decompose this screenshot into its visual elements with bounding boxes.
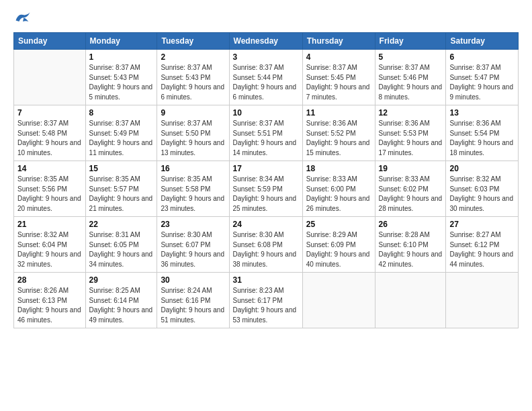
day-info: Sunrise: 8:33 AMSunset: 6:00 PMDaylight:… (306, 175, 371, 214)
sunset-text: Sunset: 5:43 PM (89, 73, 154, 83)
logo-icon (13, 11, 32, 26)
calendar-table: SundayMondayTuesdayWednesdayThursdayFrid… (13, 32, 519, 328)
day-cell: 17Sunrise: 8:34 AMSunset: 5:59 PMDayligh… (229, 161, 302, 217)
day-cell: 7Sunrise: 8:37 AMSunset: 5:48 PMDaylight… (14, 105, 86, 161)
day-number: 11 (306, 108, 371, 118)
day-info: Sunrise: 8:35 AMSunset: 5:58 PMDaylight:… (161, 175, 225, 214)
daylight-text: Daylight: 9 hours and26 minutes. (306, 194, 371, 214)
sunset-text: Sunset: 6:13 PM (17, 296, 82, 306)
sunset-text: Sunset: 5:54 PM (449, 129, 515, 139)
day-cell: 22Sunrise: 8:31 AMSunset: 6:05 PMDayligh… (85, 217, 157, 273)
sunrise-text: Sunrise: 8:32 AM (449, 175, 515, 185)
day-info: Sunrise: 8:32 AMSunset: 6:04 PMDaylight:… (17, 230, 82, 269)
day-cell: 11Sunrise: 8:36 AMSunset: 5:52 PMDayligh… (302, 105, 375, 161)
sunset-text: Sunset: 5:56 PM (17, 185, 82, 195)
col-header-sunday: Sunday (14, 33, 86, 50)
week-row-3: 14Sunrise: 8:35 AMSunset: 5:56 PMDayligh… (14, 161, 519, 217)
day-info: Sunrise: 8:35 AMSunset: 5:56 PMDaylight:… (17, 175, 82, 214)
sunset-text: Sunset: 5:58 PM (161, 185, 225, 195)
logo (13, 11, 35, 26)
day-info: Sunrise: 8:35 AMSunset: 5:57 PMDaylight:… (89, 175, 154, 214)
sunset-text: Sunset: 6:03 PM (449, 185, 515, 195)
sunset-text: Sunset: 5:43 PM (161, 73, 225, 83)
day-number: 7 (17, 108, 82, 118)
sunrise-text: Sunrise: 8:34 AM (233, 175, 299, 185)
day-number: 14 (17, 164, 82, 173)
day-number: 8 (89, 108, 154, 118)
day-number: 10 (233, 108, 299, 118)
sunset-text: Sunset: 5:59 PM (233, 185, 299, 195)
sunrise-text: Sunrise: 8:37 AM (89, 63, 154, 73)
day-number: 19 (379, 164, 443, 173)
sunrise-text: Sunrise: 8:37 AM (89, 119, 154, 129)
daylight-text: Daylight: 9 hours and36 minutes. (161, 250, 225, 269)
daylight-text: Daylight: 9 hours and44 minutes. (449, 250, 515, 269)
daylight-text: Daylight: 9 hours and6 minutes. (233, 83, 299, 102)
sunrise-text: Sunrise: 8:29 AM (306, 230, 371, 240)
daylight-text: Daylight: 9 hours and17 minutes. (379, 138, 443, 158)
sunrise-text: Sunrise: 8:25 AM (89, 286, 154, 296)
daylight-text: Daylight: 9 hours and25 minutes. (233, 194, 299, 214)
day-info: Sunrise: 8:37 AMSunset: 5:43 PMDaylight:… (161, 63, 225, 102)
day-cell: 29Sunrise: 8:25 AMSunset: 6:14 PMDayligh… (85, 273, 157, 328)
sunrise-text: Sunrise: 8:37 AM (161, 119, 225, 129)
sunset-text: Sunset: 5:44 PM (233, 73, 299, 83)
sunrise-text: Sunrise: 8:30 AM (161, 230, 225, 240)
daylight-text: Daylight: 9 hours and15 minutes. (306, 138, 371, 158)
sunrise-text: Sunrise: 8:37 AM (161, 63, 225, 73)
daylight-text: Daylight: 9 hours and7 minutes. (306, 83, 371, 102)
sunset-text: Sunset: 6:12 PM (449, 240, 515, 250)
day-info: Sunrise: 8:27 AMSunset: 6:12 PMDaylight:… (449, 230, 515, 269)
day-cell: 27Sunrise: 8:27 AMSunset: 6:12 PMDayligh… (446, 217, 519, 273)
day-number: 1 (89, 52, 154, 62)
day-number: 25 (306, 220, 371, 229)
sunrise-text: Sunrise: 8:35 AM (17, 175, 82, 185)
day-info: Sunrise: 8:25 AMSunset: 6:14 PMDaylight:… (89, 286, 154, 325)
sunset-text: Sunset: 6:09 PM (306, 240, 371, 250)
day-number: 26 (379, 220, 443, 229)
col-header-thursday: Thursday (302, 33, 375, 50)
sunrise-text: Sunrise: 8:37 AM (306, 63, 371, 73)
daylight-text: Daylight: 9 hours and46 minutes. (17, 306, 82, 325)
daylight-text: Daylight: 9 hours and40 minutes. (306, 250, 371, 269)
sunset-text: Sunset: 6:16 PM (161, 296, 225, 306)
sunrise-text: Sunrise: 8:23 AM (233, 286, 299, 296)
sunset-text: Sunset: 6:17 PM (233, 296, 299, 306)
day-cell: 10Sunrise: 8:37 AMSunset: 5:51 PMDayligh… (229, 105, 302, 161)
sunset-text: Sunset: 6:04 PM (17, 240, 82, 250)
day-cell: 21Sunrise: 8:32 AMSunset: 6:04 PMDayligh… (14, 217, 86, 273)
sunset-text: Sunset: 5:50 PM (161, 129, 225, 139)
day-info: Sunrise: 8:36 AMSunset: 5:52 PMDaylight:… (306, 119, 371, 158)
daylight-text: Daylight: 9 hours and51 minutes. (161, 306, 225, 325)
daylight-text: Daylight: 9 hours and11 minutes. (89, 138, 154, 158)
day-number: 15 (89, 164, 154, 173)
day-cell: 5Sunrise: 8:37 AMSunset: 5:46 PMDaylight… (375, 50, 446, 105)
day-number: 31 (233, 275, 299, 285)
daylight-text: Daylight: 9 hours and34 minutes. (89, 250, 154, 269)
day-cell: 30Sunrise: 8:24 AMSunset: 6:16 PMDayligh… (157, 273, 229, 328)
daylight-text: Daylight: 9 hours and20 minutes. (17, 194, 82, 214)
day-number: 17 (233, 164, 299, 173)
daylight-text: Daylight: 9 hours and6 minutes. (161, 83, 225, 102)
sunset-text: Sunset: 6:05 PM (89, 240, 154, 250)
daylight-text: Daylight: 9 hours and53 minutes. (233, 306, 299, 325)
day-number: 21 (17, 220, 82, 229)
day-number: 12 (379, 108, 443, 118)
col-header-friday: Friday (375, 33, 446, 50)
daylight-text: Daylight: 9 hours and38 minutes. (233, 250, 299, 269)
page-header (13, 11, 519, 26)
day-info: Sunrise: 8:36 AMSunset: 5:54 PMDaylight:… (449, 119, 515, 158)
daylight-text: Daylight: 9 hours and10 minutes. (17, 138, 82, 158)
day-cell: 24Sunrise: 8:30 AMSunset: 6:08 PMDayligh… (229, 217, 302, 273)
day-info: Sunrise: 8:37 AMSunset: 5:43 PMDaylight:… (89, 63, 154, 102)
day-cell: 13Sunrise: 8:36 AMSunset: 5:54 PMDayligh… (446, 105, 519, 161)
day-cell: 26Sunrise: 8:28 AMSunset: 6:10 PMDayligh… (375, 217, 446, 273)
sunset-text: Sunset: 5:49 PM (89, 129, 154, 139)
day-number: 27 (449, 220, 515, 229)
daylight-text: Daylight: 9 hours and32 minutes. (17, 250, 82, 269)
sunset-text: Sunset: 5:48 PM (17, 129, 82, 139)
col-header-monday: Monday (85, 33, 157, 50)
day-number: 28 (17, 275, 82, 285)
day-info: Sunrise: 8:37 AMSunset: 5:48 PMDaylight:… (17, 119, 82, 158)
day-cell: 12Sunrise: 8:36 AMSunset: 5:53 PMDayligh… (375, 105, 446, 161)
